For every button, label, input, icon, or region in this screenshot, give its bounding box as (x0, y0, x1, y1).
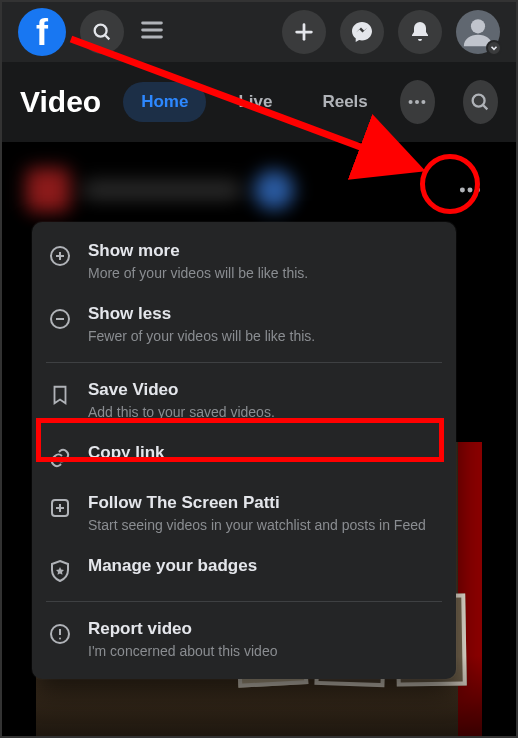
hamburger-icon (138, 16, 166, 44)
messenger-button[interactable] (340, 10, 384, 54)
alert-circle-icon (48, 622, 72, 646)
menu-item-title: Report video (88, 618, 277, 640)
menu-divider (46, 601, 442, 602)
menu-item-title: Save Video (88, 379, 275, 401)
create-button[interactable] (282, 10, 326, 54)
hamburger-button[interactable] (138, 16, 166, 48)
menu-item-title: Copy link (88, 442, 165, 464)
badge-icon (48, 559, 72, 583)
menu-copy-link[interactable]: Copy link (32, 432, 456, 482)
dots-icon (406, 91, 428, 113)
tab-home[interactable]: Home (123, 82, 206, 122)
app-frame: f Vi (0, 0, 518, 738)
menu-item-sub: Add this to your saved videos. (88, 403, 275, 422)
page-title: Video (20, 85, 101, 119)
menu-follow[interactable]: Follow The Screen PattiStart seeing vide… (32, 482, 456, 545)
follow-icon (48, 496, 72, 520)
post-more-button[interactable] (448, 168, 492, 212)
header-left: f (18, 8, 166, 56)
plus-circle-icon (48, 244, 72, 268)
tab-more-button[interactable] (400, 80, 435, 124)
svg-point-9 (415, 100, 419, 104)
menu-item-sub: Start seeing videos in your watchlist an… (88, 516, 426, 535)
minus-circle-icon (48, 307, 72, 331)
menu-item-sub: I'm concerned about this video (88, 642, 277, 661)
plus-icon (293, 21, 315, 43)
post-author-blurred (26, 168, 294, 212)
menu-item-title: Follow The Screen Patti (88, 492, 426, 514)
svg-marker-25 (56, 567, 64, 575)
tab-reels[interactable]: Reels (304, 82, 385, 122)
menu-divider (46, 362, 442, 363)
menu-show-more[interactable]: Show moreMore of your videos will be lik… (32, 230, 456, 293)
tab-live[interactable]: Live (220, 82, 290, 122)
video-subnav: Video Home Live Reels (2, 62, 516, 142)
account-avatar[interactable] (456, 10, 500, 54)
menu-report-video[interactable]: Report videoI'm concerned about this vid… (32, 608, 456, 671)
menu-item-title: Show more (88, 240, 308, 262)
svg-line-12 (484, 105, 488, 109)
top-header: f (2, 2, 516, 62)
svg-point-10 (422, 100, 426, 104)
menu-item-sub: More of your videos will be like this. (88, 264, 308, 283)
bell-icon (408, 20, 432, 44)
bookmark-icon (49, 383, 71, 407)
menu-manage-badges[interactable]: Manage your badges (32, 545, 456, 595)
menu-show-less[interactable]: Show lessFewer of your videos will be li… (32, 293, 456, 356)
notifications-button[interactable] (398, 10, 442, 54)
svg-point-11 (473, 95, 485, 107)
svg-point-14 (468, 188, 473, 193)
svg-point-7 (471, 19, 485, 33)
menu-item-title: Manage your badges (88, 555, 257, 577)
menu-save-video[interactable]: Save VideoAdd this to your saved videos. (32, 369, 456, 432)
search-icon (469, 91, 491, 113)
video-search-button[interactable] (463, 80, 498, 124)
svg-point-28 (59, 637, 61, 639)
link-icon (48, 446, 72, 470)
svg-line-1 (105, 35, 109, 39)
menu-item-title: Show less (88, 303, 315, 325)
svg-point-8 (409, 100, 413, 104)
search-button[interactable] (80, 10, 124, 54)
post-options-menu: Show moreMore of your videos will be lik… (32, 222, 456, 679)
svg-point-15 (475, 188, 480, 193)
facebook-logo[interactable]: f (18, 8, 66, 56)
svg-point-0 (95, 25, 107, 37)
avatar-chevron-badge (486, 40, 502, 56)
chevron-down-icon (489, 43, 499, 53)
menu-item-sub: Fewer of your videos will be like this. (88, 327, 315, 346)
search-icon (91, 21, 113, 43)
messenger-icon (350, 20, 374, 44)
dots-icon (457, 177, 483, 203)
svg-point-13 (460, 188, 465, 193)
header-right (282, 10, 500, 54)
